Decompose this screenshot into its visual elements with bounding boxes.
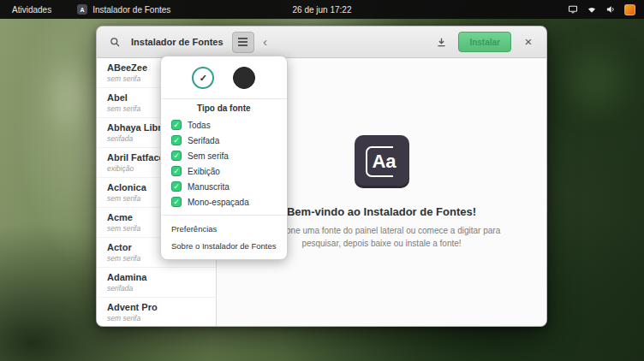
checkbox-checked-icon: ✓ — [171, 135, 182, 145]
filter-option[interactable]: ✓ Sem serifa — [161, 148, 287, 163]
font-name: Advent Pro — [107, 302, 206, 312]
checkbox-checked-icon: ✓ — [171, 181, 182, 192]
window-title: Instalador de Fontes — [131, 37, 224, 47]
filter-label: Serifada — [188, 136, 219, 145]
app-indicator-icon[interactable] — [624, 4, 635, 15]
download-button[interactable] — [430, 32, 452, 53]
menu-button[interactable] — [232, 32, 254, 53]
checkbox-checked-icon: ✓ — [171, 120, 182, 130]
font-name: Adamina — [107, 272, 206, 282]
welcome-title: Bem-vindo ao Instalador de Fontes! — [287, 205, 476, 218]
background-bokeh — [51, 68, 86, 128]
search-button[interactable] — [104, 32, 126, 53]
theme-selector: ✓ — [161, 60, 287, 97]
top-bar: Atividades A Instalador de Fontes 26 de … — [0, 0, 644, 19]
back-icon: ‹ — [263, 35, 267, 48]
checkbox-checked-icon: ✓ — [171, 151, 182, 161]
menu-item-about[interactable]: Sobre o Instalador de Fontes — [161, 237, 287, 254]
filter-option[interactable]: ✓ Mono-espaçada — [161, 194, 287, 210]
filter-option[interactable]: ✓ Manuscrita — [161, 179, 287, 194]
checkbox-checked-icon: ✓ — [171, 197, 182, 207]
filter-label: Todas — [188, 121, 211, 130]
menu-item-preferences[interactable]: Preferências — [161, 220, 287, 237]
font-list-item[interactable]: Adamina serifada — [97, 268, 216, 298]
font-list-item[interactable]: Advent Pro sem serifa — [97, 298, 216, 326]
headerbar: Instalador de Fontes ‹ Instalar × — [97, 27, 546, 58]
font-installer-window: Instalador de Fontes ‹ Instalar × ABeeZe… — [96, 26, 547, 327]
filter-option[interactable]: ✓ Exibição — [161, 163, 287, 179]
light-theme-option[interactable]: ✓ — [192, 67, 214, 89]
menu-popover: ✓ Tipo da fonte ✓ Todas ✓ Serifada ✓ Sem… — [160, 56, 288, 260]
filter-label: Mono-espaçada — [188, 198, 249, 207]
filter-label: Sem serifa — [188, 151, 229, 161]
filter-label: Exibição — [188, 167, 220, 176]
book-frame — [366, 146, 393, 177]
focused-app-menu[interactable]: A Instalador de Fontes — [77, 4, 170, 15]
welcome-subtitle: Selecione uma fonte do painel lateral ou… — [253, 224, 510, 250]
separator — [161, 215, 287, 216]
filter-title: Tipo da fonte — [161, 104, 287, 113]
app-icon: A — [77, 4, 87, 15]
filter-option[interactable]: ✓ Todas — [161, 117, 287, 133]
filter-option[interactable]: ✓ Serifada — [161, 133, 287, 148]
filter-label: Manuscrita — [188, 182, 230, 192]
separator — [161, 98, 287, 99]
install-button[interactable]: Instalar — [458, 32, 511, 52]
activities-button[interactable]: Atividades — [9, 3, 55, 16]
close-icon: × — [525, 35, 533, 48]
hamburger-icon — [238, 41, 247, 43]
display-icon — [568, 4, 578, 15]
focused-app-name: Instalador de Fontes — [92, 5, 170, 15]
font-book-icon: Aa — [355, 135, 409, 188]
install-button-label: Instalar — [469, 38, 500, 47]
clock[interactable]: 26 de jun 17:22 — [293, 5, 352, 15]
dark-theme-option[interactable] — [233, 67, 255, 89]
font-category: sem serifa — [107, 314, 206, 323]
wifi-icon — [587, 4, 597, 15]
volume-icon — [605, 4, 616, 15]
close-button[interactable]: × — [517, 32, 540, 53]
check-icon: ✓ — [200, 73, 207, 84]
background-bokeh — [565, 51, 625, 111]
checkbox-checked-icon: ✓ — [171, 166, 182, 176]
back-button[interactable]: ‹ — [254, 32, 277, 53]
font-category: serifada — [107, 284, 206, 293]
